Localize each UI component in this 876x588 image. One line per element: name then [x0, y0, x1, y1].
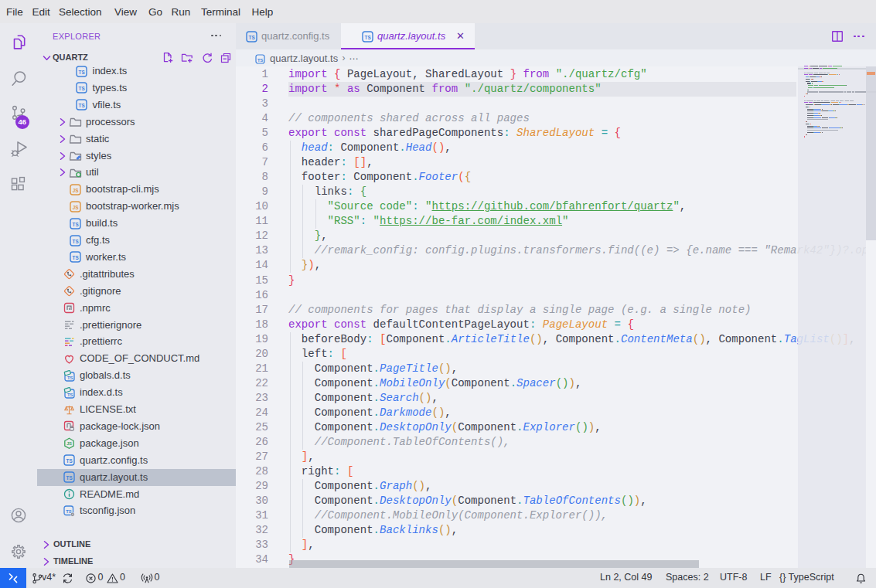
- svg-text:TS: TS: [66, 458, 73, 464]
- svg-text:TS: TS: [66, 509, 72, 514]
- svg-text:TS: TS: [73, 255, 79, 260]
- svg-text:TS: TS: [79, 103, 85, 108]
- svg-text:TS: TS: [79, 69, 85, 74]
- svg-text:JS: JS: [66, 441, 72, 446]
- svg-text:TS: TS: [67, 376, 73, 380]
- svg-text:TS: TS: [257, 57, 263, 62]
- svg-text:TS: TS: [73, 221, 79, 226]
- svg-text:TS: TS: [73, 238, 79, 243]
- svg-text:TS: TS: [249, 34, 255, 39]
- svg-text:TS: TS: [365, 34, 371, 39]
- svg-text:JS: JS: [73, 188, 79, 193]
- svg-text:TS: TS: [67, 393, 73, 397]
- svg-text:TS: TS: [66, 475, 73, 481]
- svg-text:JS: JS: [73, 204, 79, 209]
- svg-text:TS: TS: [79, 86, 85, 91]
